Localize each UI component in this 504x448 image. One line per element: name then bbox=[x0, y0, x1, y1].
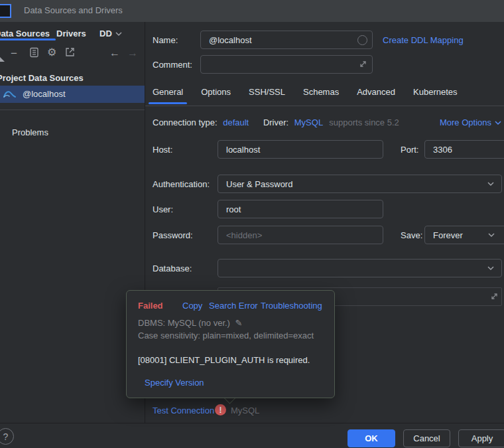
save-label: Save: bbox=[401, 230, 422, 240]
copy-icon[interactable] bbox=[29, 47, 39, 58]
chevron-down-icon bbox=[487, 232, 495, 238]
port-input[interactable] bbox=[424, 140, 504, 159]
copy-link[interactable]: Copy bbox=[182, 301, 202, 311]
add-icon[interactable] bbox=[0, 55, 7, 62]
pencil-edit-icon[interactable]: ✎ bbox=[235, 318, 243, 328]
left-panel-separator bbox=[0, 110, 145, 110]
host-label: Host: bbox=[153, 145, 172, 155]
connection-error-popup: Failed Copy Search Error Troubleshooting… bbox=[126, 290, 335, 398]
progress-circle-icon bbox=[357, 35, 367, 45]
driver-value-link[interactable]: MySQL bbox=[294, 117, 323, 127]
chevron-down-icon bbox=[487, 181, 495, 187]
tabs-separator bbox=[145, 106, 504, 106]
cancel-button[interactable]: Cancel bbox=[403, 429, 450, 447]
footer-separator bbox=[0, 423, 504, 423]
authentication-label: Authentication: bbox=[153, 179, 210, 189]
port-label: Port: bbox=[401, 145, 418, 155]
database-label: Database: bbox=[153, 263, 192, 273]
help-icon[interactable]: ? bbox=[0, 428, 14, 445]
apply-button[interactable]: Apply bbox=[458, 429, 504, 447]
tab-ssh-ssl[interactable]: SSH/SSL bbox=[249, 87, 285, 104]
tab-advanced[interactable]: Advanced bbox=[357, 87, 395, 104]
dbms-text: DBMS: MySQL (no ver.) bbox=[138, 318, 230, 328]
user-label: User: bbox=[153, 204, 173, 214]
test-connection-link[interactable]: Test Connection bbox=[153, 406, 214, 415]
case-sensitivity-text: Case sensitivity: plain=mixed, delimited… bbox=[138, 331, 314, 340]
driver-note: supports since 5.2 bbox=[329, 117, 399, 127]
expand-icon[interactable] bbox=[358, 59, 368, 69]
settings-tabs: General Options SSH/SSL Schemas Advanced… bbox=[153, 87, 458, 104]
specify-version-link[interactable]: Specify Version bbox=[145, 378, 204, 388]
expand-icon[interactable] bbox=[489, 291, 499, 301]
comment-label: Comment: bbox=[153, 60, 192, 70]
save-select[interactable]: Forever bbox=[424, 226, 504, 244]
forward-arrow-icon[interactable]: → bbox=[127, 48, 138, 58]
dbms-info: DBMS: MySQL (no ver.) ✎ bbox=[138, 318, 242, 328]
search-error-link[interactable]: Search Error bbox=[209, 301, 258, 311]
driver-name-text: MySQL bbox=[231, 406, 259, 415]
dialog-title: Data Sources and Drivers bbox=[24, 5, 123, 15]
remove-icon[interactable]: − bbox=[11, 48, 17, 59]
password-label: Password: bbox=[153, 230, 193, 240]
host-input[interactable] bbox=[218, 140, 383, 159]
mysql-dolphin-icon bbox=[3, 89, 17, 100]
tab-schemas[interactable]: Schemas bbox=[303, 87, 339, 104]
tab-options[interactable]: Options bbox=[201, 87, 231, 104]
name-input[interactable] bbox=[200, 31, 373, 49]
tab-drivers[interactable]: Drivers bbox=[56, 29, 86, 38]
project-data-sources-header: Project Data Sources bbox=[0, 73, 84, 83]
save-value: Forever bbox=[433, 230, 463, 240]
open-in-new-icon[interactable] bbox=[65, 47, 75, 57]
authentication-select[interactable]: User & Password bbox=[218, 175, 502, 193]
title-bar: Data Sources and Drivers bbox=[0, 0, 504, 22]
failed-status: Failed bbox=[138, 301, 163, 311]
more-options-label: More Options bbox=[440, 117, 491, 127]
chevron-down-icon bbox=[487, 265, 495, 271]
data-sources-dialog: Data Sources and Drivers Data Sources Dr… bbox=[0, 0, 504, 448]
error-message: [08001] CLIENT_PLUGIN_AUTH is required. bbox=[138, 355, 310, 365]
tab-general[interactable]: General bbox=[153, 87, 183, 104]
settings-gear-icon[interactable]: ⚙ bbox=[47, 47, 56, 58]
comment-input[interactable] bbox=[200, 55, 373, 74]
list-item-localhost[interactable]: @localhost bbox=[0, 86, 145, 103]
list-item-label: @localhost bbox=[23, 89, 66, 99]
troubleshooting-link[interactable]: Troubleshooting bbox=[261, 301, 322, 311]
driver-label: Driver: bbox=[263, 117, 288, 127]
selected-tab-underline bbox=[0, 38, 56, 40]
app-icon bbox=[0, 4, 11, 18]
tab-ddl[interactable]: DD bbox=[99, 29, 112, 38]
back-arrow-icon[interactable]: ← bbox=[109, 48, 120, 58]
chevron-down-icon[interactable] bbox=[114, 31, 123, 37]
problems-item[interactable]: Problems bbox=[12, 127, 48, 137]
name-label: Name: bbox=[153, 35, 178, 45]
authentication-value: User & Password bbox=[226, 179, 292, 189]
create-ddl-mapping-link[interactable]: Create DDL Mapping bbox=[383, 35, 464, 45]
more-options-link[interactable]: More Options bbox=[440, 117, 502, 127]
password-input[interactable] bbox=[218, 226, 383, 244]
connection-type-label: Connection type: bbox=[153, 117, 218, 127]
ok-button[interactable]: OK bbox=[347, 429, 395, 447]
connection-type-value-link[interactable]: default bbox=[223, 117, 249, 127]
error-badge-icon[interactable]: ! bbox=[215, 404, 226, 415]
chevron-down-icon bbox=[494, 119, 502, 126]
database-select[interactable] bbox=[218, 259, 502, 277]
tab-kubernetes[interactable]: Kubernetes bbox=[413, 87, 458, 104]
tab-data-sources[interactable]: Data Sources bbox=[0, 29, 50, 38]
connection-type-row: Connection type: default Driver: MySQL s… bbox=[153, 117, 399, 127]
user-input[interactable] bbox=[218, 200, 383, 218]
